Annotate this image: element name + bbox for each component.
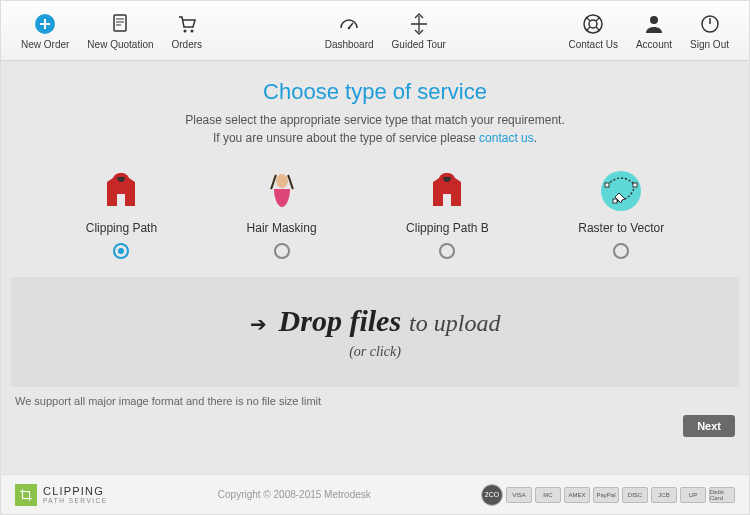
document-icon [108, 12, 132, 36]
pay-badge-mc: MC [535, 487, 561, 503]
file-dropzone[interactable]: ➔ Drop files to upload (or click) [11, 277, 739, 387]
svg-rect-13 [613, 199, 617, 203]
logo-text-group: CLIPPING PATH SERVICE [43, 486, 108, 504]
footer: CLIPPING PATH SERVICE Copyright © 2008-2… [1, 474, 749, 514]
cart-icon [175, 12, 199, 36]
plus-circle-icon [33, 12, 57, 36]
pay-badge-unionpay: UP [680, 487, 706, 503]
service-type-list: Clipping Path Hair Masking Clipping Path… [41, 167, 709, 259]
nav-label: Orders [172, 39, 203, 50]
svg-rect-1 [114, 15, 126, 31]
svg-point-9 [276, 174, 288, 188]
svg-rect-12 [633, 183, 637, 187]
lifebuoy-icon [581, 12, 605, 36]
nav-right-group: Contact Us Account Sign Out [568, 12, 729, 50]
nav-contact-us[interactable]: Contact Us [568, 12, 617, 50]
svg-point-6 [589, 20, 597, 28]
desc-line1: Please select the appropriate service ty… [185, 113, 565, 127]
dropzone-main-text: ➔ Drop files to upload [250, 304, 501, 338]
pay-badge-2co: 2CO [481, 484, 503, 506]
vector-icon [597, 167, 645, 215]
nav-label: New Quotation [87, 39, 153, 50]
nav-left-group: New Order New Quotation Orders [21, 12, 202, 50]
arrow-right-icon: ➔ [250, 312, 267, 336]
svg-point-10 [601, 171, 641, 211]
dropzone-sub: (or click) [349, 344, 401, 360]
service-raster-to-vector[interactable]: Raster to Vector [578, 167, 664, 259]
logo-crop-icon [15, 484, 37, 506]
service-clipping-path-b[interactable]: Clipping Path B [406, 167, 489, 259]
pay-badge-debit: Debit Card [709, 487, 735, 503]
pay-badge-jcb: JCB [651, 487, 677, 503]
service-label: Hair Masking [247, 221, 317, 235]
main-content: Choose type of service Please select the… [1, 61, 749, 474]
dropzone-light: to upload [409, 310, 500, 337]
power-icon [698, 12, 722, 36]
support-text: We support all major image format and th… [15, 395, 735, 407]
svg-point-2 [183, 29, 186, 32]
radio-selected[interactable] [113, 243, 129, 259]
radio-unselected[interactable] [274, 243, 290, 259]
service-clipping-path[interactable]: Clipping Path [86, 167, 157, 259]
radio-unselected[interactable] [439, 243, 455, 259]
hoodie-icon [423, 167, 471, 215]
nav-mid-group: Dashboard Guided Tour [202, 12, 568, 50]
desc-line2-pre: If you are unsure about the type of serv… [213, 131, 479, 145]
hoodie-icon [97, 167, 145, 215]
nav-new-quotation[interactable]: New Quotation [87, 12, 153, 50]
nav-label: New Order [21, 39, 69, 50]
svg-rect-11 [605, 183, 609, 187]
nav-label: Contact Us [568, 39, 617, 50]
top-navigation: New Order New Quotation Orders Dashboard… [1, 1, 749, 61]
nav-label: Dashboard [325, 39, 374, 50]
footer-copyright: Copyright © 2008-2015 Metrodesk [118, 489, 471, 500]
pay-badge-discover: DISC [622, 487, 648, 503]
contact-us-link[interactable]: contact us [479, 131, 534, 145]
logo-sub-text: PATH SERVICE [43, 497, 108, 504]
dropzone-bold: Drop files [279, 304, 402, 338]
service-label: Clipping Path B [406, 221, 489, 235]
next-row: Next [1, 415, 749, 447]
nav-label: Guided Tour [392, 39, 446, 50]
user-icon [642, 12, 666, 36]
pay-badge-visa: VISA [506, 487, 532, 503]
nav-orders[interactable]: Orders [172, 12, 203, 50]
svg-point-4 [348, 26, 350, 28]
radio-unselected[interactable] [613, 243, 629, 259]
desc-line2-post: . [534, 131, 537, 145]
nav-label: Sign Out [690, 39, 729, 50]
service-hair-masking[interactable]: Hair Masking [247, 167, 317, 259]
nav-guided-tour[interactable]: Guided Tour [392, 12, 446, 50]
nav-dashboard[interactable]: Dashboard [325, 12, 374, 50]
svg-point-3 [190, 29, 193, 32]
footer-logo: CLIPPING PATH SERVICE [15, 484, 108, 506]
app-window: New Order New Quotation Orders Dashboard… [0, 0, 750, 515]
payment-badges: 2CO VISA MC AMEX PayPal DISC JCB UP Debi… [481, 484, 735, 506]
page-title: Choose type of service [1, 79, 749, 105]
nav-account[interactable]: Account [636, 12, 672, 50]
service-label: Clipping Path [86, 221, 157, 235]
pay-badge-paypal: PayPal [593, 487, 619, 503]
page-description: Please select the appropriate service ty… [1, 111, 749, 147]
gauge-icon [337, 12, 361, 36]
model-icon [258, 167, 306, 215]
service-label: Raster to Vector [578, 221, 664, 235]
svg-point-7 [650, 16, 658, 24]
nav-new-order[interactable]: New Order [21, 12, 69, 50]
nav-sign-out[interactable]: Sign Out [690, 12, 729, 50]
logo-main-text: CLIPPING [43, 486, 108, 497]
next-button[interactable]: Next [683, 415, 735, 437]
nav-label: Account [636, 39, 672, 50]
pay-badge-amex: AMEX [564, 487, 590, 503]
arrows-icon [407, 12, 431, 36]
